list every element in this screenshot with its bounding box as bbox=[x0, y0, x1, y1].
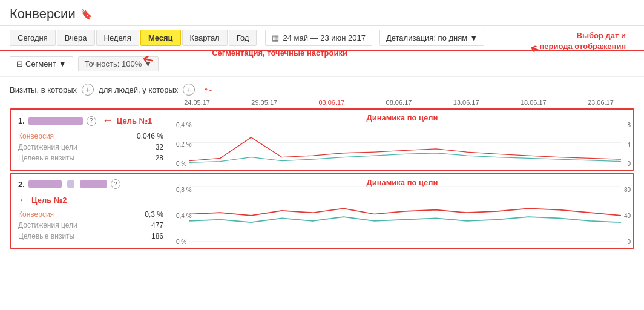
date-label-6: 23.06.17 bbox=[567, 99, 634, 106]
metric-label-2-2: Целевые визиты bbox=[18, 232, 74, 240]
info-icon-1[interactable]: ? bbox=[87, 116, 96, 126]
accuracy-label: Точность: 100% bbox=[85, 59, 142, 68]
detail-label: Детализация: по дням bbox=[386, 33, 467, 42]
date-label-5: 18.06.17 bbox=[500, 99, 567, 106]
annotation-date-selection: Выбор дат ипериода отображения bbox=[539, 31, 626, 51]
goal-annotation-1: Цель №1 bbox=[117, 116, 152, 125]
metric-row-2-0: Конверсия 0,3 % bbox=[18, 210, 163, 219]
detail-dropdown[interactable]: Детализация: по дням ▼ bbox=[380, 30, 484, 46]
y-axis-right-1: 8 4 0 bbox=[627, 110, 631, 170]
goal-block-2: 2. ? ← Цель №2 Конверсия 0,3 % Достижени… bbox=[10, 173, 634, 249]
chart-title-2: Динамика по цели bbox=[366, 178, 438, 187]
info-icon-2[interactable]: ? bbox=[111, 179, 120, 189]
tab-week[interactable]: Неделя bbox=[96, 30, 139, 46]
metric-label-2-0: Конверсия bbox=[18, 210, 54, 219]
chevron-down-icon: ▼ bbox=[470, 33, 478, 42]
metric-row-1-1: Достижения цели 32 bbox=[18, 143, 163, 151]
date-label-1: 29.05.17 bbox=[231, 99, 298, 106]
visit-filter: Визиты, в которых + для людей, у которых… bbox=[10, 82, 634, 97]
goal-name-bar-2b bbox=[67, 180, 74, 188]
metric-value-1-0: 0,046 % bbox=[137, 132, 163, 140]
goal-left-2: 2. ? ← Цель №2 Конверсия 0,3 % Достижени… bbox=[11, 174, 171, 248]
calendar-icon: ▦ bbox=[272, 33, 279, 42]
goal-annotation-2: Цель №2 bbox=[31, 196, 67, 205]
metric-row-1-0: Конверсия 0,046 % bbox=[18, 132, 163, 140]
date-picker[interactable]: ▦ 24 май — 23 июн 2017 bbox=[265, 30, 372, 46]
chart-svg-2 bbox=[189, 186, 621, 242]
page-header: Конверсии 🔖 bbox=[0, 0, 644, 26]
filter-bar: ⊟ Сегмент ▼ Точность: 100% ▼ Сегментация… bbox=[0, 51, 644, 77]
metric-label-1-2: Целевые визиты bbox=[18, 154, 74, 162]
tab-year[interactable]: Год bbox=[229, 30, 257, 46]
metric-row-1-2: Целевые визиты 28 bbox=[18, 154, 163, 162]
y-right-bot-2: 0 bbox=[624, 239, 631, 245]
tab-today[interactable]: Сегодня bbox=[10, 30, 56, 46]
segment-label: Сегмент bbox=[25, 59, 56, 68]
add-visit-filter-button[interactable]: + bbox=[82, 84, 94, 96]
metric-row-2-2: Целевые визиты 186 bbox=[18, 232, 163, 240]
goal-name-bar-2c bbox=[80, 180, 107, 188]
metric-label-2-1: Достижения цели bbox=[18, 221, 77, 229]
date-label-3: 08.06.17 bbox=[365, 99, 432, 106]
date-label-0: 24.05.17 bbox=[163, 99, 231, 106]
annotation-segmentation: Сегментация, точечные настройки bbox=[212, 48, 347, 58]
metric-label-1-1: Достижения цели bbox=[18, 143, 77, 151]
date-label-2: 03.06.17 bbox=[298, 99, 365, 106]
metric-value-2-1: 477 bbox=[151, 221, 163, 229]
visit-filter-prefix: Визиты, в которых bbox=[10, 85, 77, 94]
tab-quarter[interactable]: Квартал bbox=[182, 30, 228, 46]
goal-chart-2: Динамика по цели 0,8 % 0,4 % 0 % 80 40 0 bbox=[171, 174, 633, 248]
tab-yesterday[interactable]: Вчера bbox=[57, 30, 95, 46]
goal-name-bar-2a bbox=[28, 180, 62, 188]
goal-left-1: 1. ? ← Цель №1 Конверсия 0,046 % Достиже… bbox=[11, 110, 171, 170]
y-right-mid-2: 40 bbox=[624, 213, 631, 219]
segment-chevron-icon: ▼ bbox=[59, 59, 67, 68]
filter-icon: ⊟ bbox=[16, 59, 23, 68]
bookmark-icon[interactable]: 🔖 bbox=[80, 8, 93, 20]
metric-value-2-0: 0,3 % bbox=[145, 210, 163, 219]
metric-row-2-1: Достижения цели 477 bbox=[18, 221, 163, 229]
goal-chart-1: Динамика по цели 0,4 % 0,2 % 0 % 8 4 0 bbox=[171, 110, 633, 170]
metric-value-2-2: 186 bbox=[151, 232, 163, 240]
visit-filter-middle: для людей, у которых bbox=[99, 85, 178, 94]
goal-block-1: 1. ? ← Цель №1 Конверсия 0,046 % Достиже… bbox=[10, 108, 634, 171]
y-right-top-2: 80 bbox=[624, 186, 631, 193]
goal-number-2: 2. bbox=[18, 180, 25, 189]
y-right-mid-1: 4 bbox=[627, 141, 631, 148]
add-people-filter-button[interactable]: + bbox=[183, 84, 195, 96]
y-axis-right-2: 80 40 0 bbox=[624, 174, 631, 248]
date-label-4: 13.06.17 bbox=[433, 99, 500, 106]
goal-name-bar-1 bbox=[28, 117, 83, 125]
goal-number-1: 1. bbox=[18, 116, 25, 125]
date-range-label: 24 май — 23 июн 2017 bbox=[283, 33, 366, 42]
page-title: Конверсии bbox=[10, 6, 76, 22]
metric-value-1-2: 28 bbox=[156, 154, 163, 162]
metric-label-1-0: Конверсия bbox=[18, 132, 54, 140]
y-right-bot-1: 0 bbox=[627, 160, 631, 167]
chart-svg-1 bbox=[189, 122, 621, 163]
tab-month[interactable]: Месяц bbox=[140, 30, 181, 46]
chart-title-1: Динамика по цели bbox=[366, 113, 438, 122]
goal-title-row-2: 2. ? bbox=[18, 179, 163, 189]
metric-value-1-1: 32 bbox=[156, 143, 163, 151]
date-axis: 24.05.17 29.05.17 03.06.17 08.06.17 13.0… bbox=[0, 99, 644, 106]
segment-button[interactable]: ⊟ Сегмент ▼ bbox=[10, 56, 73, 71]
annotation-area: Визиты, в которых + для людей, у которых… bbox=[0, 77, 644, 99]
goal-title-row-1: 1. ? ← Цель №1 bbox=[18, 114, 163, 127]
y-right-top-1: 8 bbox=[627, 122, 631, 128]
